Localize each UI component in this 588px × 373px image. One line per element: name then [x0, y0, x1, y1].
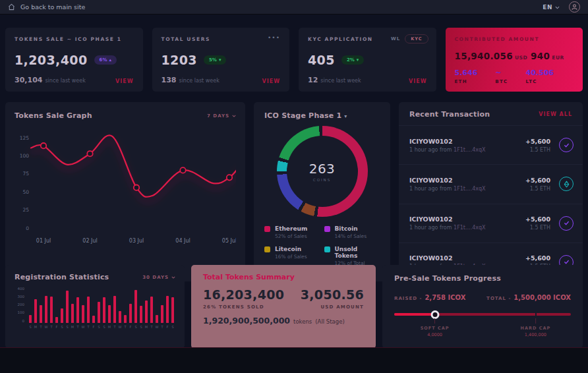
footer-bar	[0, 347, 588, 373]
eth-amount: 5.646ETH	[455, 69, 478, 84]
ico-stage-dropdown[interactable]: ICO Stage Phase 1 ▾	[264, 111, 347, 120]
legend-detail: 14% of Sales	[335, 233, 367, 239]
registration-bar	[61, 308, 64, 323]
day-label: T	[75, 325, 80, 329]
day-label: W	[80, 325, 86, 329]
check-icon[interactable]	[559, 138, 573, 152]
range-dropdown-7days[interactable]: 7 DAYS	[207, 113, 236, 119]
view-link[interactable]: VIEW	[409, 78, 426, 84]
svg-text:100: 100	[20, 153, 30, 159]
bar-slot	[154, 287, 160, 323]
hardcap-marker	[535, 312, 537, 316]
transaction-address: 1F1t....4xqX	[454, 186, 485, 192]
transaction-amount: +5,600	[525, 215, 550, 223]
user-avatar[interactable]	[569, 1, 580, 13]
trend-up-icon: ▴	[109, 57, 111, 63]
check-icon[interactable]	[559, 216, 573, 231]
btc-amount: ~BTC	[495, 69, 508, 84]
day-label: T	[160, 325, 165, 329]
registration-bar	[134, 290, 138, 323]
day-label: S	[170, 325, 175, 329]
more-options-icon[interactable]: •••	[268, 34, 280, 41]
legend-name: Litecoin	[275, 246, 307, 252]
transaction-row[interactable]: ICIYOW0102 1 hour ago from 1F1t....4xqX …	[399, 165, 583, 204]
day-label: W	[44, 325, 49, 329]
registration-bar	[103, 297, 106, 323]
usd-amount-block: 3,050.56 USD AMOUNT	[301, 287, 364, 310]
slider-handle[interactable]	[430, 310, 439, 319]
tab-wl[interactable]: WL	[391, 36, 400, 42]
tokens-sale-graph-panel: Tokens Sale Graph 7 DAYS 025507510012501…	[5, 102, 245, 281]
back-to-main-site-link[interactable]: Go back to main site	[8, 3, 85, 11]
bar-slot	[28, 287, 33, 323]
trend-badge: 5%▾	[204, 55, 226, 65]
bar-slot	[86, 287, 91, 323]
transaction-row[interactable]: ICIYOW0102 1 hour ago from 1F1t....4xqX …	[399, 204, 583, 243]
transaction-eth: 1.5 ETH	[525, 225, 550, 231]
transaction-time: 1 hour ago from 1F1t....4xqX	[409, 225, 525, 231]
delta-value: 12	[308, 76, 318, 84]
view-link[interactable]: VIEW	[115, 78, 133, 84]
coins-label: COINS	[313, 178, 331, 182]
registration-bar	[140, 306, 143, 323]
recent-transaction-panel: Recent Transaction VIEW ALL ICIYOW0102 1…	[399, 102, 583, 281]
transaction-address: 1F1t....4xqX	[454, 225, 485, 231]
stat-card-contributed-amount: CONTRIBUTED AMOUNT 15,940.056USD 940EUR …	[446, 28, 583, 92]
tab-kyc[interactable]: KYC	[405, 34, 428, 43]
transaction-amount: +5,600	[525, 177, 550, 184]
registration-bar	[29, 315, 32, 323]
delta-note: since last week	[179, 78, 219, 84]
trend-down-icon: ▾	[357, 57, 359, 63]
usd-amount-label: USD AMOUNT	[301, 304, 364, 310]
bar-slot	[91, 287, 96, 323]
tokens-sale-value: 1,203,400	[15, 53, 88, 67]
svg-text:03 Jul: 03 Jul	[129, 238, 144, 244]
registration-bar	[119, 311, 122, 323]
panel-title: Tokens Sale Graph	[15, 111, 92, 120]
svg-text:01 Jul: 01 Jul	[36, 238, 51, 244]
panel-title: Total Tokens Summary	[203, 273, 364, 281]
card-title: TOKENS SALE ~ ICO PHASE 1	[15, 36, 134, 42]
stat-card-kyc-application: WL KYC KYC APPLICATION 405 2%▾ 12since l…	[299, 28, 436, 92]
transaction-id: ICIYOW0102	[409, 177, 525, 184]
registration-bar	[171, 297, 175, 323]
day-label: F	[91, 325, 96, 329]
legend-swatch	[324, 246, 330, 252]
registration-bar	[50, 297, 53, 323]
language-selector[interactable]: EN	[543, 4, 560, 11]
registration-bar	[34, 299, 38, 323]
legend-name: Unsold Tokens	[335, 246, 380, 259]
bar-slot	[65, 287, 70, 323]
registration-bar	[92, 316, 96, 323]
tokens-sold-label: 26% TOKENS SOLD	[203, 304, 284, 310]
view-link[interactable]: VIEW	[262, 78, 280, 84]
day-label: S	[133, 325, 138, 329]
transaction-row[interactable]: ICIYOW0102 1 hour ago from 1F1t....4xqX …	[399, 126, 583, 165]
donut-center: 263 COINS	[277, 126, 368, 217]
view-all-link[interactable]: VIEW ALL	[539, 111, 572, 117]
presale-progress-slider: SOFT CAP 4,0000 HARD CAP 1,400,000	[394, 309, 571, 339]
bar-y-axis: 4003002001000	[15, 287, 24, 323]
registration-bar	[129, 304, 132, 323]
bar-slot	[96, 287, 102, 323]
topbar: Go back to main site EN	[0, 0, 588, 14]
transaction-eth: 1.5 ETH	[525, 186, 550, 192]
bar-slot	[70, 287, 75, 323]
transaction-list: ICIYOW0102 1 hour ago from 1F1t....4xqX …	[399, 126, 583, 281]
range-dropdown-30days[interactable]: 30 DAYS	[142, 275, 175, 280]
chevron-down-icon	[171, 275, 175, 280]
total-users-value: 1203	[162, 53, 197, 67]
ethereum-icon[interactable]	[559, 177, 573, 191]
raised-amount: RAISED -2,758 ICOX	[394, 290, 465, 302]
registration-bar	[82, 305, 85, 323]
bar-slot	[59, 287, 65, 323]
ico-dashboard: Go back to main site EN TOKENS SALE ~ IC…	[0, 0, 588, 373]
registration-bar-chart: 4003002001000 SMTWTFSSMTWTFSSMTWTFSSMTWT…	[15, 287, 175, 329]
legend-detail: 52% of Sales	[275, 233, 307, 239]
registration-bar	[66, 291, 69, 323]
all-stage-total: 1,920,900,500,000 tokens (All Stage)	[203, 316, 364, 326]
trend-down-icon: ▾	[219, 57, 221, 63]
transaction-address: 1F1t....4xqX	[454, 147, 485, 153]
stat-card-tokens-sale: TOKENS SALE ~ ICO PHASE 1 1,203,400 6%▴ …	[5, 28, 143, 92]
registration-bar	[124, 315, 127, 323]
